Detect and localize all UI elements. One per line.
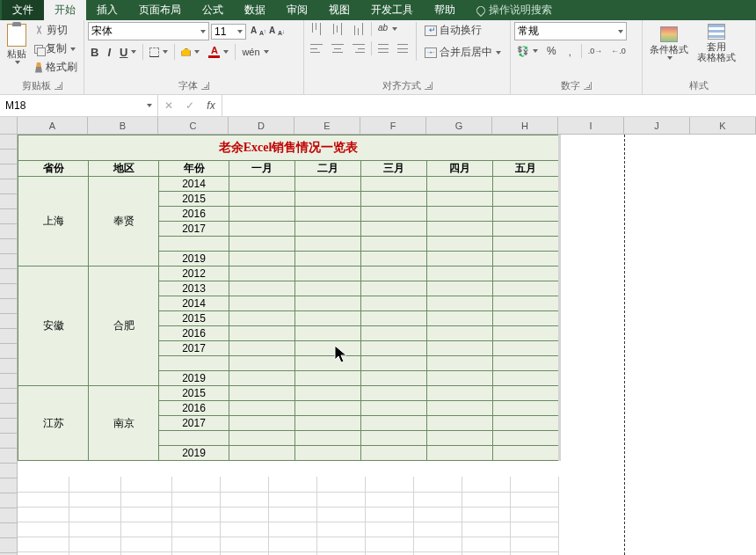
- row-header[interactable]: [0, 374, 18, 389]
- row-header[interactable]: [0, 404, 18, 419]
- row-header[interactable]: [0, 449, 18, 464]
- empty-cell[interactable]: [18, 477, 69, 492]
- empty-cell[interactable]: [366, 477, 414, 492]
- month-cell[interactable]: [229, 281, 295, 296]
- tab-page-layout[interactable]: 页面布局: [128, 0, 192, 20]
- empty-cell[interactable]: [560, 355, 561, 370]
- empty-cell[interactable]: [221, 507, 269, 522]
- row-header[interactable]: [0, 254, 18, 269]
- empty-cell[interactable]: [560, 251, 561, 266]
- row-header[interactable]: [0, 344, 18, 359]
- format-painter-button[interactable]: 格式刷: [32, 59, 80, 76]
- tab-file[interactable]: 文件: [2, 0, 44, 20]
- col-header-F[interactable]: F: [360, 117, 426, 135]
- month-cell[interactable]: [295, 281, 361, 296]
- font-name-select[interactable]: 宋体: [88, 22, 209, 40]
- row-header[interactable]: [0, 150, 18, 164]
- empty-cell[interactable]: [18, 537, 69, 551]
- empty-cell[interactable]: [560, 415, 561, 430]
- row-header[interactable]: [0, 329, 18, 344]
- formula-input[interactable]: [222, 95, 756, 116]
- empty-cell[interactable]: [317, 492, 366, 507]
- month-cell[interactable]: [361, 222, 427, 237]
- month-cell[interactable]: [295, 252, 361, 267]
- empty-cell[interactable]: [366, 507, 414, 522]
- empty-cell[interactable]: [560, 445, 561, 460]
- empty-cell[interactable]: [462, 537, 511, 551]
- year-cell[interactable]: 2015: [159, 192, 229, 207]
- align-middle-button[interactable]: [329, 24, 346, 34]
- empty-cell[interactable]: [462, 492, 511, 507]
- province-cell[interactable]: 上海: [18, 177, 89, 267]
- empty-cell[interactable]: [462, 507, 511, 522]
- year-cell[interactable]: 2017: [159, 416, 229, 431]
- empty-cell[interactable]: [414, 507, 462, 522]
- empty-cell[interactable]: [317, 522, 366, 537]
- month-cell[interactable]: [427, 281, 493, 296]
- empty-cell[interactable]: [560, 340, 561, 355]
- empty-cell[interactable]: [172, 522, 221, 537]
- month-cell[interactable]: [361, 267, 427, 281]
- increase-indent-button[interactable]: [395, 43, 411, 54]
- month-cell[interactable]: [295, 222, 361, 237]
- col-header-D[interactable]: D: [229, 117, 294, 135]
- empty-cell[interactable]: [269, 537, 317, 551]
- month-cell[interactable]: [493, 222, 559, 237]
- row-header[interactable]: [0, 389, 18, 404]
- col-header-K[interactable]: K: [690, 117, 756, 135]
- empty-cell[interactable]: [269, 551, 317, 555]
- fill-color-button[interactable]: [178, 47, 202, 57]
- empty-cell[interactable]: [414, 551, 462, 555]
- empty-cell[interactable]: [366, 551, 414, 555]
- empty-cell[interactable]: [317, 477, 366, 492]
- month-cell[interactable]: [295, 386, 361, 401]
- month-cell[interactable]: [361, 416, 427, 431]
- month-cell[interactable]: [229, 326, 295, 341]
- year-cell[interactable]: 2019: [159, 371, 229, 386]
- empty-cell[interactable]: [172, 537, 221, 551]
- cells-area[interactable]: 老余Excel销售情况一览表省份地区年份一月二月三月四月五月上海奉贤201420…: [18, 135, 559, 461]
- province-cell[interactable]: 安徽: [18, 267, 89, 386]
- year-cell[interactable]: [159, 356, 229, 371]
- empty-cell[interactable]: [560, 310, 561, 325]
- col-header-G[interactable]: G: [426, 117, 492, 135]
- row-header[interactable]: [0, 239, 18, 254]
- row-header[interactable]: [0, 135, 18, 150]
- month-cell[interactable]: [493, 192, 559, 207]
- increase-decimal-button[interactable]: .0→: [585, 46, 606, 56]
- month-cell[interactable]: [427, 401, 493, 416]
- empty-cell[interactable]: [510, 537, 558, 551]
- month-cell[interactable]: [361, 431, 427, 446]
- comma-button[interactable]: ,: [563, 46, 578, 57]
- empty-cell[interactable]: [366, 522, 414, 537]
- month-cell[interactable]: [427, 237, 493, 252]
- month-cell[interactable]: [427, 341, 493, 356]
- row-header[interactable]: [0, 179, 18, 194]
- decrease-font-button[interactable]: AA: [266, 26, 283, 37]
- month-cell[interactable]: [295, 401, 361, 416]
- empty-cell[interactable]: [120, 507, 172, 522]
- row-header[interactable]: [0, 224, 18, 239]
- phonetic-button[interactable]: wén: [239, 46, 271, 58]
- name-box[interactable]: M18: [0, 95, 158, 116]
- empty-cell[interactable]: [269, 492, 317, 507]
- month-cell[interactable]: [427, 431, 493, 446]
- insert-function-button[interactable]: fx: [200, 95, 222, 117]
- month-cell[interactable]: [493, 267, 559, 281]
- empty-cell[interactable]: [462, 551, 511, 555]
- month-cell[interactable]: [229, 192, 295, 207]
- merge-center-button[interactable]: 合并后居中: [422, 44, 504, 61]
- paste-button[interactable]: 粘贴: [4, 22, 30, 66]
- empty-cell[interactable]: [414, 522, 462, 537]
- empty-cell[interactable]: [414, 477, 462, 492]
- month-cell[interactable]: [361, 311, 427, 326]
- empty-cell[interactable]: [120, 492, 172, 507]
- month-cell[interactable]: [427, 311, 493, 326]
- align-center-button[interactable]: [329, 43, 346, 54]
- tab-developer[interactable]: 开发工具: [360, 0, 424, 20]
- month-cell[interactable]: [493, 296, 559, 311]
- empty-cell[interactable]: [366, 537, 414, 551]
- row-header[interactable]: [0, 478, 18, 493]
- month-cell[interactable]: [229, 341, 295, 356]
- orientation-button[interactable]: ab: [375, 23, 400, 35]
